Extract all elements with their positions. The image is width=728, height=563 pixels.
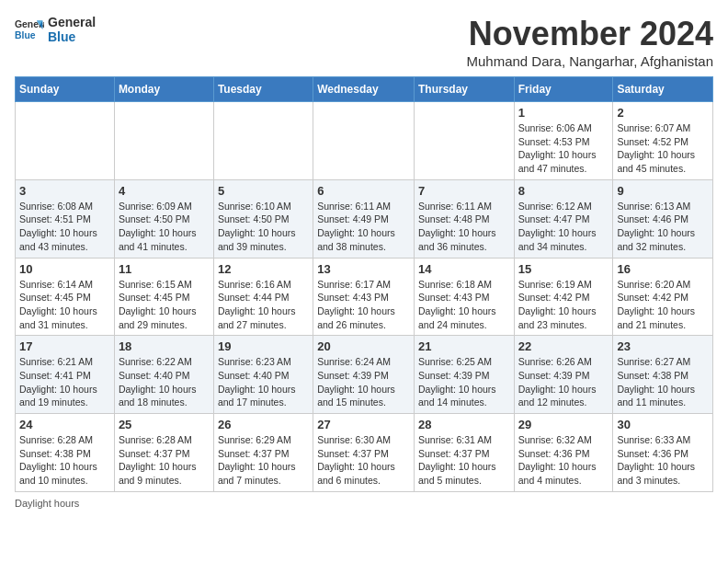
day-number: 23 — [617, 339, 709, 353]
day-info: Sunrise: 6:09 AM Sunset: 4:50 PM Dayligh… — [119, 200, 210, 254]
day-header-wednesday: Wednesday — [313, 77, 415, 102]
calendar-cell: 4Sunrise: 6:09 AM Sunset: 4:50 PM Daylig… — [114, 179, 213, 258]
day-header-friday: Friday — [514, 77, 613, 102]
calendar-cell: 28Sunrise: 6:31 AM Sunset: 4:37 PM Dayli… — [414, 414, 514, 492]
day-number: 7 — [418, 184, 510, 198]
day-info: Sunrise: 6:26 AM Sunset: 4:39 PM Dayligh… — [518, 355, 609, 409]
day-info: Sunrise: 6:21 AM Sunset: 4:41 PM Dayligh… — [19, 355, 110, 409]
calendar-cell — [213, 102, 313, 180]
calendar-cell: 8Sunrise: 6:12 AM Sunset: 4:47 PM Daylig… — [514, 179, 613, 258]
day-number: 11 — [119, 262, 210, 276]
calendar-cell — [16, 102, 115, 180]
calendar-cell: 11Sunrise: 6:15 AM Sunset: 4:45 PM Dayli… — [114, 258, 213, 336]
day-number: 5 — [218, 184, 309, 198]
day-info: Sunrise: 6:12 AM Sunset: 4:47 PM Dayligh… — [518, 200, 609, 254]
calendar-cell: 13Sunrise: 6:17 AM Sunset: 4:43 PM Dayli… — [313, 258, 415, 336]
day-info: Sunrise: 6:20 AM Sunset: 4:42 PM Dayligh… — [617, 278, 709, 332]
day-number: 6 — [317, 184, 410, 198]
day-info: Sunrise: 6:17 AM Sunset: 4:43 PM Dayligh… — [317, 278, 410, 332]
calendar-cell: 19Sunrise: 6:23 AM Sunset: 4:40 PM Dayli… — [213, 336, 313, 414]
day-info: Sunrise: 6:28 AM Sunset: 4:37 PM Dayligh… — [119, 433, 210, 488]
calendar-week-2: 3Sunrise: 6:08 AM Sunset: 4:51 PM Daylig… — [16, 179, 713, 258]
calendar-cell: 20Sunrise: 6:24 AM Sunset: 4:39 PM Dayli… — [313, 336, 415, 414]
day-info: Sunrise: 6:06 AM Sunset: 4:53 PM Dayligh… — [518, 121, 609, 176]
day-number: 24 — [19, 418, 110, 431]
page-header: General Blue General Blue November 2024 … — [15, 15, 713, 69]
day-number: 27 — [317, 418, 410, 431]
logo-icon: General Blue — [15, 15, 44, 44]
day-info: Sunrise: 6:08 AM Sunset: 4:51 PM Dayligh… — [19, 200, 110, 254]
day-number: 20 — [317, 339, 410, 353]
calendar-cell: 15Sunrise: 6:19 AM Sunset: 4:42 PM Dayli… — [514, 258, 613, 336]
calendar-cell: 21Sunrise: 6:25 AM Sunset: 4:39 PM Dayli… — [414, 336, 514, 414]
day-info: Sunrise: 6:28 AM Sunset: 4:38 PM Dayligh… — [19, 433, 110, 488]
calendar-cell — [313, 102, 415, 180]
calendar-cell: 29Sunrise: 6:32 AM Sunset: 4:36 PM Dayli… — [514, 414, 613, 492]
day-number: 14 — [418, 262, 510, 276]
day-number: 8 — [518, 184, 609, 198]
day-number: 28 — [418, 418, 510, 431]
calendar-cell — [414, 102, 514, 180]
day-number: 2 — [617, 106, 709, 120]
day-info: Sunrise: 6:11 AM Sunset: 4:48 PM Dayligh… — [418, 200, 510, 254]
location: Muhmand Dara, Nangarhar, Afghanistan — [467, 53, 714, 69]
day-number: 13 — [317, 262, 410, 276]
day-header-thursday: Thursday — [414, 77, 514, 102]
day-info: Sunrise: 6:13 AM Sunset: 4:46 PM Dayligh… — [617, 200, 709, 254]
calendar-week-1: 1Sunrise: 6:06 AM Sunset: 4:53 PM Daylig… — [16, 102, 713, 180]
day-number: 1 — [518, 106, 609, 120]
calendar-cell: 26Sunrise: 6:29 AM Sunset: 4:37 PM Dayli… — [213, 414, 313, 492]
day-info: Sunrise: 6:29 AM Sunset: 4:37 PM Dayligh… — [218, 433, 309, 488]
calendar-cell: 5Sunrise: 6:10 AM Sunset: 4:50 PM Daylig… — [213, 179, 313, 258]
day-info: Sunrise: 6:18 AM Sunset: 4:43 PM Dayligh… — [418, 278, 510, 332]
calendar-cell: 12Sunrise: 6:16 AM Sunset: 4:44 PM Dayli… — [213, 258, 313, 336]
logo: General Blue General Blue — [15, 15, 96, 44]
calendar-cell: 2Sunrise: 6:07 AM Sunset: 4:52 PM Daylig… — [613, 102, 713, 180]
calendar-cell: 14Sunrise: 6:18 AM Sunset: 4:43 PM Dayli… — [414, 258, 514, 336]
calendar-cell: 22Sunrise: 6:26 AM Sunset: 4:39 PM Dayli… — [514, 336, 613, 414]
day-info: Sunrise: 6:33 AM Sunset: 4:36 PM Dayligh… — [617, 433, 709, 488]
day-number: 22 — [518, 339, 609, 353]
day-info: Sunrise: 6:14 AM Sunset: 4:45 PM Dayligh… — [19, 278, 110, 332]
day-header-sunday: Sunday — [16, 77, 115, 102]
calendar-week-5: 24Sunrise: 6:28 AM Sunset: 4:38 PM Dayli… — [16, 414, 713, 492]
calendar-cell: 23Sunrise: 6:27 AM Sunset: 4:38 PM Dayli… — [613, 336, 713, 414]
calendar-cell: 17Sunrise: 6:21 AM Sunset: 4:41 PM Dayli… — [16, 336, 115, 414]
day-number: 26 — [218, 418, 309, 431]
day-info: Sunrise: 6:31 AM Sunset: 4:37 PM Dayligh… — [418, 433, 510, 488]
title-block: November 2024 Muhmand Dara, Nangarhar, A… — [467, 15, 714, 69]
day-number: 25 — [119, 418, 210, 431]
day-info: Sunrise: 6:15 AM Sunset: 4:45 PM Dayligh… — [119, 278, 210, 332]
day-number: 17 — [19, 339, 110, 353]
calendar-cell: 3Sunrise: 6:08 AM Sunset: 4:51 PM Daylig… — [16, 179, 115, 258]
day-info: Sunrise: 6:27 AM Sunset: 4:38 PM Dayligh… — [617, 355, 709, 409]
day-info: Sunrise: 6:25 AM Sunset: 4:39 PM Dayligh… — [418, 355, 510, 409]
day-number: 30 — [617, 418, 709, 431]
day-number: 9 — [617, 184, 709, 198]
calendar-cell: 10Sunrise: 6:14 AM Sunset: 4:45 PM Dayli… — [16, 258, 115, 336]
day-number: 29 — [518, 418, 609, 431]
day-number: 19 — [218, 339, 309, 353]
logo-line1: General — [48, 15, 96, 29]
logo-line2: Blue — [48, 29, 96, 44]
calendar-week-4: 17Sunrise: 6:21 AM Sunset: 4:41 PM Dayli… — [16, 336, 713, 414]
day-info: Sunrise: 6:22 AM Sunset: 4:40 PM Dayligh… — [119, 355, 210, 409]
calendar-cell: 30Sunrise: 6:33 AM Sunset: 4:36 PM Dayli… — [613, 414, 713, 492]
day-info: Sunrise: 6:07 AM Sunset: 4:52 PM Dayligh… — [617, 121, 709, 176]
calendar-header-row: SundayMondayTuesdayWednesdayThursdayFrid… — [16, 77, 713, 102]
calendar-cell: 24Sunrise: 6:28 AM Sunset: 4:38 PM Dayli… — [16, 414, 115, 492]
day-info: Sunrise: 6:32 AM Sunset: 4:36 PM Dayligh… — [518, 433, 609, 488]
calendar-cell: 25Sunrise: 6:28 AM Sunset: 4:37 PM Dayli… — [114, 414, 213, 492]
day-number: 15 — [518, 262, 609, 276]
calendar-cell: 18Sunrise: 6:22 AM Sunset: 4:40 PM Dayli… — [114, 336, 213, 414]
day-number: 10 — [19, 262, 110, 276]
day-number: 3 — [19, 184, 110, 198]
calendar-week-3: 10Sunrise: 6:14 AM Sunset: 4:45 PM Dayli… — [16, 258, 713, 336]
day-number: 18 — [119, 339, 210, 353]
day-info: Sunrise: 6:10 AM Sunset: 4:50 PM Dayligh… — [218, 200, 309, 254]
day-info: Sunrise: 6:23 AM Sunset: 4:40 PM Dayligh… — [218, 355, 309, 409]
day-info: Sunrise: 6:24 AM Sunset: 4:39 PM Dayligh… — [317, 355, 410, 409]
calendar-cell: 1Sunrise: 6:06 AM Sunset: 4:53 PM Daylig… — [514, 102, 613, 180]
footer-note: Daylight hours — [15, 498, 713, 509]
day-header-saturday: Saturday — [613, 77, 713, 102]
